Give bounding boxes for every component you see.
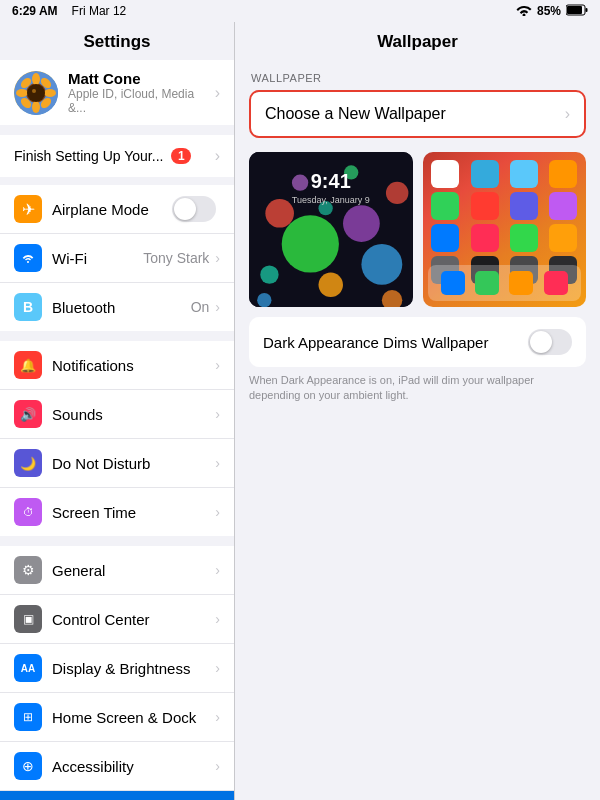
svg-point-20: [318, 273, 343, 298]
svg-point-14: [32, 89, 36, 93]
sidebar-item-do-not-disturb[interactable]: 🌙 Do Not Disturb ›: [0, 439, 234, 488]
display-icon: AA: [14, 654, 42, 682]
settings-group-alerts: 🔔 Notifications › 🔊 Sounds › 🌙 Do Not Di…: [0, 341, 234, 536]
sidebar-item-airplane-mode[interactable]: ✈ Airplane Mode: [0, 185, 234, 234]
sounds-icon: 🔊: [14, 400, 42, 428]
bluetooth-value: On: [191, 299, 210, 315]
home-screen-icon: ⊞: [14, 703, 42, 731]
status-date: Fri Mar 12: [72, 4, 127, 18]
general-chevron-icon: ›: [215, 562, 220, 578]
profile-row[interactable]: Matt Cone Apple ID, iCloud, Media &... ›: [0, 60, 234, 125]
svg-point-17: [343, 205, 380, 242]
choose-wallpaper-label: Choose a New Wallpaper: [265, 105, 565, 123]
status-bar: 6:29 AM Fri Mar 12 85%: [0, 0, 600, 22]
svg-point-22: [386, 182, 408, 204]
settings-group-main: ⚙ General › ▣ Control Center › AA Displa…: [0, 546, 234, 800]
notifications-label: Notifications: [52, 357, 215, 374]
screen-time-icon: ⏱: [14, 498, 42, 526]
profile-info: Matt Cone Apple ID, iCloud, Media &...: [68, 70, 215, 115]
sidebar-item-display-brightness[interactable]: AA Display & Brightness ›: [0, 644, 234, 693]
general-label: General: [52, 562, 215, 579]
svg-point-21: [260, 265, 278, 283]
accessibility-chevron-icon: ›: [215, 758, 220, 774]
bluetooth-icon: B: [14, 293, 42, 321]
wifi-chevron-icon: ›: [215, 250, 220, 266]
svg-point-5: [32, 73, 40, 85]
sidebar-item-sounds[interactable]: 🔊 Sounds ›: [0, 390, 234, 439]
wallpaper-previews: 9:41 Tuesday, January 9: [249, 152, 586, 307]
finish-setup-badge: 1: [171, 148, 191, 164]
profile-name: Matt Cone: [68, 70, 215, 87]
wallpaper-panel: Wallpaper WALLPAPER Choose a New Wallpap…: [235, 22, 600, 800]
sounds-chevron-icon: ›: [215, 406, 220, 422]
bluetooth-label: Bluetooth: [52, 299, 191, 316]
wifi-label: Wi-Fi: [52, 250, 143, 267]
sidebar-item-bluetooth[interactable]: B Bluetooth On ›: [0, 283, 234, 331]
svg-point-18: [265, 199, 294, 228]
choose-wallpaper-button[interactable]: Choose a New Wallpaper ›: [249, 90, 586, 138]
screen-time-label: Screen Time: [52, 504, 215, 521]
sounds-label: Sounds: [52, 406, 215, 423]
sidebar-item-accessibility[interactable]: ⊕ Accessibility ›: [0, 742, 234, 791]
display-chevron-icon: ›: [215, 660, 220, 676]
battery-icon: [566, 4, 588, 19]
dark-appearance-toggle[interactable]: [528, 329, 572, 355]
general-icon: ⚙: [14, 556, 42, 584]
airplane-mode-icon: ✈: [14, 195, 42, 223]
sidebar-item-wifi[interactable]: Wi-Fi Tony Stark ›: [0, 234, 234, 283]
lock-screen-time: 9:41: [311, 170, 351, 193]
svg-point-16: [282, 215, 339, 272]
profile-subtitle: Apple ID, iCloud, Media &...: [68, 87, 215, 115]
sidebar: Settings: [0, 22, 235, 800]
control-center-label: Control Center: [52, 611, 215, 628]
accessibility-label: Accessibility: [52, 758, 215, 775]
wifi-icon: [516, 4, 532, 19]
dark-appearance-description: When Dark Appearance is on, iPad will di…: [235, 367, 600, 416]
svg-point-27: [257, 293, 271, 307]
sidebar-item-notifications[interactable]: 🔔 Notifications ›: [0, 341, 234, 390]
svg-rect-1: [567, 6, 582, 14]
dnd-icon: 🌙: [14, 449, 42, 477]
dark-appearance-toggle-thumb: [530, 331, 552, 353]
svg-point-8: [44, 89, 56, 97]
svg-point-13: [27, 84, 45, 102]
dark-appearance-row: Dark Appearance Dims Wallpaper: [249, 317, 586, 367]
airplane-mode-label: Airplane Mode: [52, 201, 172, 218]
lock-screen-preview[interactable]: 9:41 Tuesday, January 9: [249, 152, 413, 307]
finish-setup-label: Finish Setting Up Your...: [14, 148, 163, 164]
display-label: Display & Brightness: [52, 660, 215, 677]
status-time: 6:29 AM: [12, 4, 58, 18]
avatar: [14, 71, 58, 115]
screen-time-chevron-icon: ›: [215, 504, 220, 520]
home-screen-label: Home Screen & Dock: [52, 709, 215, 726]
dnd-label: Do Not Disturb: [52, 455, 215, 472]
bluetooth-chevron-icon: ›: [215, 299, 220, 315]
notifications-icon: 🔔: [14, 351, 42, 379]
sidebar-title: Settings: [0, 22, 234, 60]
wifi-settings-icon: [14, 244, 42, 272]
svg-point-7: [16, 89, 28, 97]
wallpaper-section-label: WALLPAPER: [235, 60, 600, 90]
svg-point-19: [361, 244, 402, 285]
control-center-chevron-icon: ›: [215, 611, 220, 627]
svg-point-6: [32, 101, 40, 113]
profile-chevron-icon: ›: [215, 84, 220, 102]
control-center-icon: ▣: [14, 605, 42, 633]
finish-chevron-icon: ›: [215, 147, 220, 165]
svg-rect-2: [586, 8, 588, 12]
accessibility-icon: ⊕: [14, 752, 42, 780]
sidebar-item-control-center[interactable]: ▣ Control Center ›: [0, 595, 234, 644]
sidebar-item-wallpaper[interactable]: ✦ Wallpaper ›: [0, 791, 234, 800]
choose-wallpaper-chevron-icon: ›: [565, 105, 570, 123]
sidebar-item-general[interactable]: ⚙ General ›: [0, 546, 234, 595]
notifications-chevron-icon: ›: [215, 357, 220, 373]
wallpaper-panel-title: Wallpaper: [235, 22, 600, 60]
dark-appearance-label: Dark Appearance Dims Wallpaper: [263, 334, 528, 351]
airplane-mode-toggle[interactable]: [172, 196, 216, 222]
sidebar-item-screen-time[interactable]: ⏱ Screen Time ›: [0, 488, 234, 536]
home-screen-chevron-icon: ›: [215, 709, 220, 725]
settings-group-connectivity: ✈ Airplane Mode Wi-Fi Tony Stark › B Blu…: [0, 185, 234, 331]
sidebar-item-home-screen[interactable]: ⊞ Home Screen & Dock ›: [0, 693, 234, 742]
finish-setup-row[interactable]: Finish Setting Up Your... 1 ›: [0, 135, 234, 177]
home-screen-preview[interactable]: [423, 152, 587, 307]
